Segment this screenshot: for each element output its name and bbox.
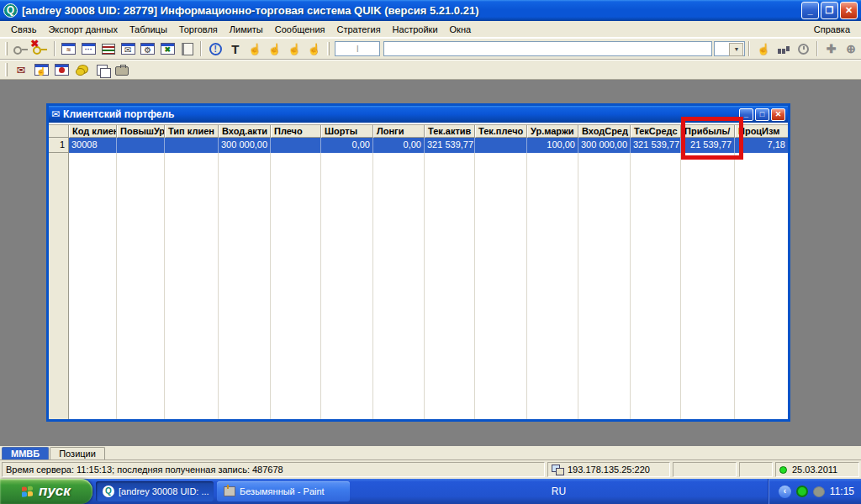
quik-logo-icon: Q — [3, 3, 18, 18]
col-pribyl[interactable]: Прибыль/ — [681, 125, 735, 138]
task-quik[interactable]: Q [andrey 30008 UID: ... — [96, 481, 214, 501]
system-tray: ‹ 11:15 — [768, 479, 861, 504]
cell-vhod-aktivy[interactable]: 300 000,00 — [219, 138, 271, 153]
cell-povysh-ur[interactable] — [117, 138, 165, 153]
tray-quik-icon[interactable] — [796, 486, 808, 497]
cell-tek-aktivy[interactable]: 321 539,77 — [425, 138, 475, 153]
search-input[interactable] — [383, 41, 712, 56]
task-paint[interactable]: Безымянный - Paint — [217, 481, 350, 501]
alert-bubble-icon[interactable]: ! — [206, 40, 224, 57]
hand-window-icon[interactable] — [32, 61, 50, 78]
close-button[interactable]: ✕ — [840, 2, 858, 19]
tray-chevron-icon[interactable]: ‹ — [779, 486, 791, 498]
notebook-icon[interactable] — [178, 40, 197, 57]
col-tek-plecho[interactable]: Тек.плечо — [475, 125, 527, 138]
cell-pribyl[interactable]: 21 539,77 — [681, 138, 735, 153]
cell-tip-klienta[interactable] — [165, 138, 219, 153]
tray-app-icon[interactable] — [813, 486, 825, 497]
toolbar-grip[interactable] — [5, 63, 8, 76]
row-number-cell[interactable]: 1 — [49, 138, 69, 153]
stop-window-icon[interactable] — [52, 61, 71, 78]
cell-longi[interactable]: 0,00 — [373, 138, 425, 153]
settings-window-icon[interactable] — [139, 40, 157, 57]
connect-key-icon[interactable] — [12, 40, 30, 57]
portfolio-titlebar[interactable]: ✉ Клиентский портфель _ □ ✕ — [49, 106, 788, 123]
portfolio-minimize-button[interactable]: _ — [739, 108, 753, 121]
quotes-window-icon[interactable] — [79, 40, 98, 57]
col-tek-aktivy[interactable]: Тек.актив — [425, 125, 475, 138]
col-longi[interactable]: Лонги — [373, 125, 425, 138]
hand-4-icon[interactable]: ☝ — [305, 40, 324, 57]
col-ur-marzhi[interactable]: Ур.маржи — [527, 125, 578, 138]
menu-nastroyki[interactable]: Настройки — [387, 23, 444, 36]
language-indicator[interactable]: RU — [541, 486, 576, 497]
briefcase-icon[interactable] — [113, 61, 131, 78]
col-plecho[interactable]: Плечо — [271, 125, 321, 138]
col-tek-sredstva[interactable]: ТекСредс — [631, 125, 681, 138]
menu-svyaz[interactable]: Связь — [5, 23, 42, 36]
toolbar-main: ✖ ! T ☝ ☝ ☝ ☝ I ☝ ✚ ⊕ — [0, 38, 861, 60]
tab-pozicii[interactable]: Позиции — [50, 447, 105, 459]
cell-proc-izm[interactable]: 7,18 — [735, 138, 788, 153]
bar-chart-icon[interactable] — [774, 40, 793, 57]
cell-vhod-sredstva[interactable]: 300 000,00 — [578, 138, 631, 153]
chart-window-icon[interactable] — [60, 40, 78, 57]
cancel-order-hand-icon[interactable]: ☝ — [266, 40, 284, 57]
style-box[interactable]: I — [335, 41, 380, 56]
col-proc-izm[interactable]: ПроцИзм — [735, 125, 788, 138]
portfolio-close-button[interactable]: ✕ — [771, 108, 785, 121]
ip-address: 193.178.135.25:220 — [568, 465, 650, 475]
move-icon[interactable]: ✚ — [822, 40, 841, 57]
clock-icon[interactable] — [794, 40, 812, 57]
menu-limity[interactable]: Лимиты — [224, 23, 269, 36]
col-shorty[interactable]: Шорты — [321, 125, 373, 138]
menu-spravka[interactable]: Справка — [808, 23, 856, 36]
app-title: [andrey 30008 UID: 28779] Информационно-… — [22, 4, 801, 17]
menu-tablicy[interactable]: Таблицы — [124, 23, 173, 36]
menu-okna[interactable]: Окна — [444, 23, 478, 36]
menu-strategiya[interactable]: Стратегия — [330, 23, 386, 36]
cell-ur-marzhi[interactable]: 100,00 — [527, 138, 578, 153]
cell-kod-klienta[interactable]: 30008 — [69, 138, 117, 153]
cell-shorty[interactable]: 0,00 — [321, 138, 373, 153]
col-vhod-aktivy[interactable]: Вход.акти — [219, 125, 271, 138]
instrument-combo[interactable] — [714, 41, 745, 56]
table-row[interactable]: 1 30008 300 000,00 0,00 0,00 321 539,77 … — [49, 138, 788, 153]
cell-tek-plecho[interactable] — [475, 138, 527, 153]
start-label: пуск — [39, 483, 71, 500]
toolbar-secondary: ✉ — [0, 60, 861, 80]
col-povysh-ur[interactable]: ПовышУр — [117, 125, 165, 138]
menu-torgovlya[interactable]: Торговля — [173, 23, 224, 36]
tab-mmvb[interactable]: ММВБ — [2, 447, 49, 459]
table-corner-cell — [49, 125, 69, 138]
portfolio-table: Код клиен ПовышУр Тип клиен Вход.акти Пл… — [49, 124, 788, 419]
order-hand-icon[interactable]: ☝ — [246, 40, 264, 57]
minimize-button[interactable]: _ — [801, 2, 819, 19]
copy-windows-icon[interactable] — [92, 61, 111, 78]
menu-export[interactable]: Экспорт данных — [42, 23, 123, 36]
col-tip-klienta[interactable]: Тип клиен — [165, 125, 219, 138]
table-icon[interactable] — [99, 40, 118, 57]
quik-application: Q [andrey 30008 UID: 28779] Информационн… — [0, 0, 861, 504]
mail-cancel-icon[interactable]: ✉ — [12, 61, 30, 78]
cell-tek-sredstva[interactable]: 321 539,77 — [631, 138, 681, 153]
separator — [748, 41, 750, 56]
mail-window-icon[interactable] — [119, 40, 137, 57]
start-button[interactable]: пуск — [0, 479, 92, 504]
hand-active-icon[interactable]: ☝ — [754, 40, 773, 57]
excel-export-icon[interactable] — [158, 40, 177, 57]
text-tool-icon[interactable]: T — [226, 40, 245, 57]
col-vhod-sredstva[interactable]: ВходСред — [578, 125, 631, 138]
portfolio-maximize-button[interactable]: □ — [755, 108, 769, 121]
toolbar-grip[interactable] — [5, 42, 8, 55]
row-header-column — [49, 153, 69, 419]
coins-icon[interactable] — [72, 61, 91, 78]
restore-button[interactable]: ❐ — [821, 2, 838, 19]
cell-plecho[interactable] — [271, 138, 321, 153]
menu-soobsheniya[interactable]: Сообщения — [269, 23, 331, 36]
target-icon[interactable]: ⊕ — [842, 40, 860, 57]
hand-3-icon[interactable]: ☝ — [285, 40, 304, 57]
col-kod-klienta[interactable]: Код клиен — [69, 125, 117, 138]
disconnect-key-icon[interactable]: ✖ — [31, 40, 50, 57]
toolbar-grip[interactable] — [327, 42, 330, 55]
